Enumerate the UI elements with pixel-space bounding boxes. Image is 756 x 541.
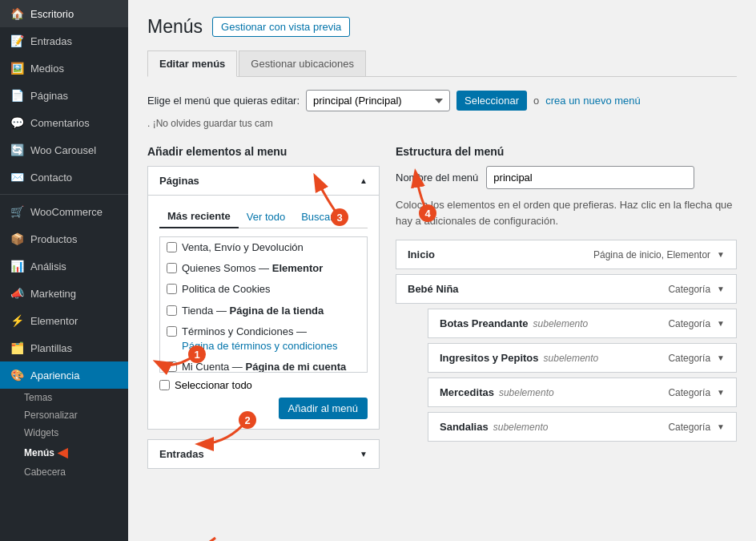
arrow-apariencia-container (128, 377, 131, 412)
sidebar-item-plantillas[interactable]: 🗂️ Plantillas (0, 334, 128, 361)
arrow-apariencia-svg (128, 377, 131, 410)
menu-item-ingresitos-type: Categoría (668, 353, 710, 364)
select-all-label: Seleccionar todo (175, 379, 252, 391)
menu-item-ingresitos-arrow[interactable]: ▼ (717, 353, 725, 362)
inner-tabs: Más reciente Ver todo Buscar (159, 205, 368, 228)
sidebar-sub-temas[interactable]: Temas (0, 389, 128, 406)
sidebar-sub-personalizar[interactable]: Personalizar (0, 406, 128, 424)
menu-item-bebe-nina-arrow[interactable]: ▼ (717, 285, 725, 293)
sidebar-item-productos[interactable]: 📦 Productos (0, 225, 128, 252)
sidebar-label-productos: Productos (30, 233, 78, 245)
entradas-accordion: Entradas ▼ (147, 439, 380, 469)
preview-button[interactable]: Gestionar con vista previa (212, 17, 350, 37)
sidebar-label-contacto: Contacto (30, 172, 72, 184)
menu-name-input[interactable] (486, 166, 694, 189)
or-text: o (533, 95, 539, 107)
create-menu-link[interactable]: crea un nuevo menú (545, 95, 641, 107)
menu-select-dropdown[interactable]: principal (Principal) (306, 90, 450, 111)
tab-ubicaciones[interactable]: Gestionar ubicaciones (239, 50, 366, 76)
sidebar-sub-menus[interactable]: Menús ◀ (0, 442, 128, 463)
select-all-checkbox[interactable] (159, 380, 170, 390)
sidebar-label-apariencia: Apariencia (30, 369, 79, 382)
select-menu-button[interactable]: Seleccionar (456, 91, 527, 111)
list-item: Politica de Cookies (160, 279, 367, 300)
menu-item-merceditas: Merceditas subelemento Categoría ▼ (428, 377, 737, 407)
label-micuenta: Mi Cuenta — Página de mi cuenta (182, 360, 346, 373)
sidebar-item-comentarios[interactable]: 💬 Comentarios (0, 109, 128, 136)
sidebar-item-analisis[interactable]: 📊 Análisis (0, 252, 128, 280)
tab-vertodo[interactable]: Ver todo (239, 205, 293, 228)
menu-item-botas-right: Categoría ▼ (668, 318, 725, 329)
sidebar-label-entradas: Entradas (30, 35, 72, 47)
sidebar-item-woo-carousel[interactable]: 🔄 Woo Carousel (0, 136, 128, 164)
sidebar-item-entradas[interactable]: 📝 Entradas (0, 27, 128, 55)
menu-item-sandalias-arrow[interactable]: ▼ (717, 422, 725, 431)
tab-editar[interactable]: Editar menús (147, 50, 237, 77)
menu-item-botas-left: Botas Preandante subelemento (440, 317, 588, 329)
paginas-icon: 📄 (10, 88, 24, 103)
medios-icon: 🖼️ (10, 61, 24, 75)
menu-instructions: Coloca los elementos en el orden que pre… (396, 197, 737, 228)
menu-item-ingresitos-sublabel: subelemento (544, 353, 599, 364)
menu-item-botas-title: Botas Preandante (440, 317, 529, 329)
menu-item-merceditas-arrow[interactable]: ▼ (717, 388, 725, 397)
menu-item-botas-arrow[interactable]: ▼ (717, 319, 725, 328)
menu-item-botas-sublabel: subelemento (533, 318, 589, 329)
arrow-indicator-menus: ◀ (58, 445, 67, 460)
sidebar-item-medios[interactable]: 🖼️ Medios (0, 55, 128, 82)
sidebar-item-escritorio[interactable]: 🏠 Escritorio (0, 0, 128, 27)
menu-item-merceditas-right: Categoría ▼ (668, 387, 725, 398)
checkbox-tienda[interactable] (167, 305, 177, 316)
page-header: Menús Gestionar con vista previa (147, 16, 737, 38)
label-terminos: Términos y Condiciones —Página de términ… (182, 325, 337, 353)
pages-accordion-header[interactable]: Páginas ▲ (148, 167, 379, 196)
label-tienda: Tienda — Página de la tienda (182, 304, 324, 318)
entradas-accordion-header[interactable]: Entradas ▼ (148, 440, 379, 468)
sidebar-item-elementor[interactable]: ⚡ Elementor (0, 307, 128, 334)
list-item: Quienes Somos — Elementor (160, 258, 367, 279)
checkbox-politica[interactable] (167, 284, 177, 294)
pages-checkbox-list: Venta, Envío y Devolución Quienes Somos … (159, 236, 368, 373)
sidebar-item-apariencia[interactable]: 🎨 Apariencia (0, 361, 128, 389)
menu-item-inicio-right: Página de inicio, Elementor ▼ (593, 249, 725, 260)
sidebar-item-marketing[interactable]: 📣 Marketing (0, 280, 128, 307)
checkbox-micuenta[interactable] (167, 361, 177, 372)
sidebar-sub-widgets[interactable]: Widgets (0, 424, 128, 442)
menu-name-label: Nombre del menú (396, 172, 478, 184)
add-to-menu-button[interactable]: Añadir al menú (279, 398, 368, 419)
select-all-row: Seleccionar todo (159, 379, 368, 391)
escritorio-icon: 🏠 (10, 6, 24, 21)
entradas-icon: 📝 (10, 34, 24, 48)
add-btn-row: Añadir al menú (159, 398, 368, 419)
menu-item-ingresitos: Ingresitos y Pepitos subelemento Categor… (428, 343, 737, 373)
analisis-icon: 📊 (10, 259, 24, 273)
checkbox-venta[interactable] (167, 242, 177, 252)
menu-selector-note: . ¡No olvides guardar tus cam (147, 118, 273, 129)
menu-item-ingresitos-right: Categoría ▼ (668, 353, 725, 364)
menu-item-inicio-arrow[interactable]: ▼ (717, 250, 725, 259)
productos-icon: 📦 (10, 232, 24, 246)
sidebar-label-woocommerce: WooCommerce (30, 206, 103, 218)
sidebar-sub-cabecera[interactable]: Cabecera (0, 463, 128, 481)
tab-buscar[interactable]: Buscar (293, 205, 341, 228)
menu-item-inicio-title: Inicio (408, 248, 435, 260)
menu-item-sandalias-type: Categoría (668, 422, 710, 433)
list-item: Términos y Condiciones —Página de términ… (160, 321, 367, 357)
sidebar-item-contacto[interactable]: ✉️ Contacto (0, 164, 128, 191)
sidebar-label-comentarios: Comentarios (30, 117, 90, 129)
sidebar-item-woocommerce[interactable]: 🛒 WooCommerce (0, 198, 128, 225)
tab-reciente[interactable]: Más reciente (159, 205, 239, 228)
menu-item-inicio-type: Página de inicio, Elementor (593, 249, 710, 260)
menu-name-row: Nombre del menú (396, 166, 737, 189)
checkbox-terminos[interactable] (167, 326, 177, 337)
list-item: Tienda — Página de la tienda (160, 301, 367, 321)
sidebar-label-woo-carousel: Woo Carousel (30, 144, 96, 156)
sidebar: 🏠 Escritorio 📝 Entradas 🖼️ Medios 📄 Pági… (0, 0, 128, 541)
entradas-section-title: Entradas (159, 448, 204, 460)
menu-item-botas-type: Categoría (668, 318, 710, 329)
checkbox-quienes[interactable] (167, 263, 177, 273)
sidebar-label-medios: Medios (30, 63, 64, 75)
sidebar-item-paginas[interactable]: 📄 Páginas (0, 82, 128, 109)
list-item: Mi Cuenta — Página de mi cuenta (160, 357, 367, 373)
entradas-chevron-icon: ▼ (360, 450, 368, 458)
